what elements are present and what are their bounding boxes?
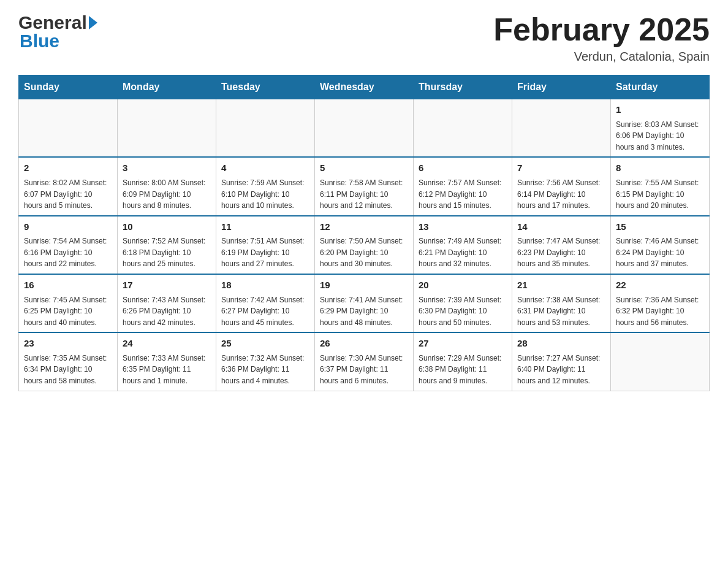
calendar-cell [512, 99, 611, 158]
day-info: Sunrise: 7:36 AM Sunset: 6:32 PM Dayligh… [616, 294, 704, 329]
day-number: 15 [616, 220, 704, 234]
calendar-cell: 13Sunrise: 7:49 AM Sunset: 6:21 PM Dayli… [414, 216, 512, 274]
day-info: Sunrise: 7:59 AM Sunset: 6:10 PM Dayligh… [221, 177, 309, 212]
calendar-cell: 5Sunrise: 7:58 AM Sunset: 6:11 PM Daylig… [315, 157, 414, 215]
day-info: Sunrise: 7:55 AM Sunset: 6:15 PM Dayligh… [616, 177, 704, 212]
day-info: Sunrise: 7:29 AM Sunset: 6:38 PM Dayligh… [419, 353, 507, 387]
day-info: Sunrise: 8:02 AM Sunset: 6:07 PM Dayligh… [24, 177, 112, 212]
calendar-cell [19, 99, 118, 158]
day-info: Sunrise: 7:51 AM Sunset: 6:19 PM Dayligh… [221, 236, 309, 270]
logo-triangle-icon [89, 16, 97, 29]
calendar-cell [315, 99, 414, 158]
day-info: Sunrise: 7:54 AM Sunset: 6:16 PM Dayligh… [24, 236, 112, 270]
calendar-week-4: 16Sunrise: 7:45 AM Sunset: 6:25 PM Dayli… [19, 274, 710, 332]
days-of-week-row: SundayMondayTuesdayWednesdayThursdayFrid… [19, 75, 710, 99]
day-number: 7 [517, 161, 605, 175]
calendar-week-5: 23Sunrise: 7:35 AM Sunset: 6:34 PM Dayli… [19, 332, 710, 391]
title-area: February 2025 Verdun, Catalonia, Spain [493, 12, 710, 64]
day-of-week-sunday: Sunday [19, 75, 118, 99]
calendar-cell: 12Sunrise: 7:50 AM Sunset: 6:20 PM Dayli… [315, 216, 414, 274]
calendar-cell: 1Sunrise: 8:03 AM Sunset: 6:06 PM Daylig… [611, 99, 710, 158]
day-info: Sunrise: 7:56 AM Sunset: 6:14 PM Dayligh… [517, 177, 605, 212]
day-number: 22 [616, 278, 704, 293]
calendar-cell: 21Sunrise: 7:38 AM Sunset: 6:31 PM Dayli… [512, 274, 611, 332]
day-number: 23 [24, 337, 112, 351]
day-info: Sunrise: 7:46 AM Sunset: 6:24 PM Dayligh… [616, 236, 704, 270]
day-number: 2 [24, 161, 112, 175]
day-info: Sunrise: 8:00 AM Sunset: 6:09 PM Dayligh… [123, 177, 211, 212]
calendar-cell: 27Sunrise: 7:29 AM Sunset: 6:38 PM Dayli… [414, 332, 512, 391]
day-number: 12 [320, 220, 408, 234]
calendar-cell: 8Sunrise: 7:55 AM Sunset: 6:15 PM Daylig… [611, 157, 710, 215]
day-of-week-tuesday: Tuesday [216, 75, 315, 99]
day-number: 4 [221, 161, 309, 175]
calendar-cell: 28Sunrise: 7:27 AM Sunset: 6:40 PM Dayli… [512, 332, 611, 391]
day-number: 6 [419, 161, 507, 175]
day-info: Sunrise: 8:03 AM Sunset: 6:06 PM Dayligh… [616, 119, 704, 153]
day-number: 20 [419, 278, 507, 293]
day-number: 19 [320, 278, 408, 293]
calendar-cell: 17Sunrise: 7:43 AM Sunset: 6:26 PM Dayli… [118, 274, 216, 332]
day-number: 10 [123, 220, 211, 234]
calendar-cell: 24Sunrise: 7:33 AM Sunset: 6:35 PM Dayli… [118, 332, 216, 391]
day-info: Sunrise: 7:47 AM Sunset: 6:23 PM Dayligh… [517, 236, 605, 270]
calendar-cell: 16Sunrise: 7:45 AM Sunset: 6:25 PM Dayli… [19, 274, 118, 332]
logo-blue-text: Blue [18, 31, 99, 52]
day-number: 24 [123, 337, 211, 351]
day-info: Sunrise: 7:41 AM Sunset: 6:29 PM Dayligh… [320, 294, 408, 329]
calendar-table: SundayMondayTuesdayWednesdayThursdayFrid… [18, 75, 710, 391]
calendar-cell: 19Sunrise: 7:41 AM Sunset: 6:29 PM Dayli… [315, 274, 414, 332]
day-info: Sunrise: 7:52 AM Sunset: 6:18 PM Dayligh… [123, 236, 211, 270]
calendar-cell: 10Sunrise: 7:52 AM Sunset: 6:18 PM Dayli… [118, 216, 216, 274]
day-number: 17 [123, 278, 211, 293]
calendar-cell: 9Sunrise: 7:54 AM Sunset: 6:16 PM Daylig… [19, 216, 118, 274]
day-number: 5 [320, 161, 408, 175]
calendar-week-3: 9Sunrise: 7:54 AM Sunset: 6:16 PM Daylig… [19, 216, 710, 274]
calendar-cell [216, 99, 315, 158]
calendar-week-1: 1Sunrise: 8:03 AM Sunset: 6:06 PM Daylig… [19, 99, 710, 158]
calendar-body: 1Sunrise: 8:03 AM Sunset: 6:06 PM Daylig… [19, 99, 710, 391]
calendar-cell: 7Sunrise: 7:56 AM Sunset: 6:14 PM Daylig… [512, 157, 611, 215]
day-info: Sunrise: 7:49 AM Sunset: 6:21 PM Dayligh… [419, 236, 507, 270]
day-info: Sunrise: 7:50 AM Sunset: 6:20 PM Dayligh… [320, 236, 408, 270]
day-number: 18 [221, 278, 309, 293]
day-info: Sunrise: 7:30 AM Sunset: 6:37 PM Dayligh… [320, 353, 408, 387]
calendar-cell: 15Sunrise: 7:46 AM Sunset: 6:24 PM Dayli… [611, 216, 710, 274]
location-text: Verdun, Catalonia, Spain [493, 50, 710, 64]
calendar-cell: 4Sunrise: 7:59 AM Sunset: 6:10 PM Daylig… [216, 157, 315, 215]
day-number: 21 [517, 278, 605, 293]
day-info: Sunrise: 7:35 AM Sunset: 6:34 PM Dayligh… [24, 353, 112, 387]
day-number: 11 [221, 220, 309, 234]
calendar-cell: 2Sunrise: 8:02 AM Sunset: 6:07 PM Daylig… [19, 157, 118, 215]
calendar-cell: 11Sunrise: 7:51 AM Sunset: 6:19 PM Dayli… [216, 216, 315, 274]
day-number: 13 [419, 220, 507, 234]
day-info: Sunrise: 7:57 AM Sunset: 6:12 PM Dayligh… [419, 177, 507, 212]
day-info: Sunrise: 7:39 AM Sunset: 6:30 PM Dayligh… [419, 294, 507, 329]
page-header: General Blue February 2025 Verdun, Catal… [18, 12, 710, 64]
day-info: Sunrise: 7:45 AM Sunset: 6:25 PM Dayligh… [24, 294, 112, 329]
logo-top: General [18, 12, 99, 33]
day-info: Sunrise: 7:27 AM Sunset: 6:40 PM Dayligh… [517, 353, 605, 387]
day-number: 27 [419, 337, 507, 351]
calendar-cell: 14Sunrise: 7:47 AM Sunset: 6:23 PM Dayli… [512, 216, 611, 274]
day-of-week-saturday: Saturday [611, 75, 710, 99]
day-of-week-friday: Friday [512, 75, 611, 99]
day-info: Sunrise: 7:33 AM Sunset: 6:35 PM Dayligh… [123, 353, 211, 387]
day-number: 8 [616, 161, 704, 175]
calendar-cell [611, 332, 710, 391]
day-number: 26 [320, 337, 408, 351]
calendar-cell: 6Sunrise: 7:57 AM Sunset: 6:12 PM Daylig… [414, 157, 512, 215]
calendar-cell: 23Sunrise: 7:35 AM Sunset: 6:34 PM Dayli… [19, 332, 118, 391]
day-number: 28 [517, 337, 605, 351]
calendar-week-2: 2Sunrise: 8:02 AM Sunset: 6:07 PM Daylig… [19, 157, 710, 215]
calendar-header: SundayMondayTuesdayWednesdayThursdayFrid… [19, 75, 710, 99]
calendar-cell: 3Sunrise: 8:00 AM Sunset: 6:09 PM Daylig… [118, 157, 216, 215]
day-info: Sunrise: 7:32 AM Sunset: 6:36 PM Dayligh… [221, 353, 309, 387]
calendar-cell: 20Sunrise: 7:39 AM Sunset: 6:30 PM Dayli… [414, 274, 512, 332]
day-number: 14 [517, 220, 605, 234]
day-info: Sunrise: 7:43 AM Sunset: 6:26 PM Dayligh… [123, 294, 211, 329]
day-of-week-monday: Monday [118, 75, 216, 99]
calendar-cell: 22Sunrise: 7:36 AM Sunset: 6:32 PM Dayli… [611, 274, 710, 332]
day-info: Sunrise: 7:38 AM Sunset: 6:31 PM Dayligh… [517, 294, 605, 329]
day-number: 9 [24, 220, 112, 234]
